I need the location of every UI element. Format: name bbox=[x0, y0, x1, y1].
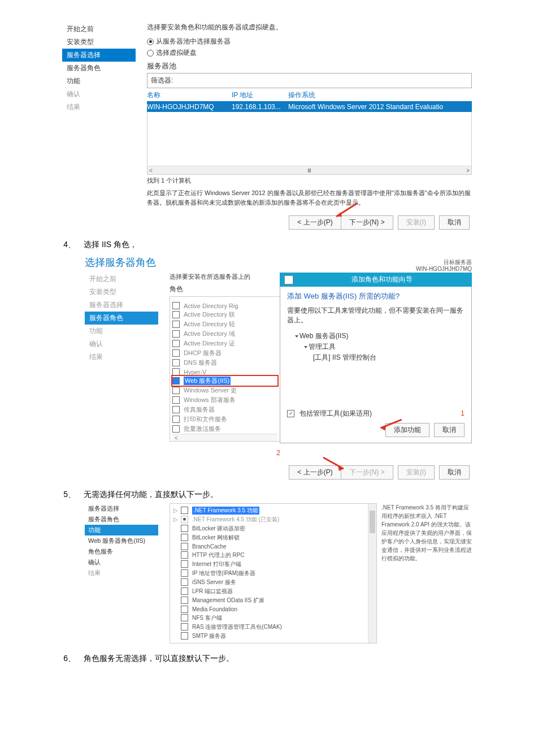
checkbox-icon[interactable] bbox=[172, 311, 180, 318]
feature-media-foundation[interactable]: Media Foundation bbox=[173, 605, 373, 614]
sidebar-web-iis[interactable]: Web 服务器角色(IIS) bbox=[85, 535, 158, 546]
feature-nfs-client[interactable]: NFS 客户端 bbox=[173, 614, 373, 623]
checkbox-icon[interactable] bbox=[181, 543, 188, 550]
checkbox-icon[interactable] bbox=[172, 359, 180, 366]
prev-button[interactable]: < 上一步(P) bbox=[289, 465, 340, 479]
th-ip[interactable]: IP 地址 bbox=[232, 90, 288, 100]
feature-lpr[interactable]: LPR 端口监视器 bbox=[173, 587, 373, 596]
role-ad-federation[interactable]: Active Directory 联 bbox=[172, 310, 277, 319]
sidebar-server-roles[interactable]: 服务器角色 bbox=[85, 514, 158, 525]
expand-icon[interactable]: ▷ bbox=[173, 507, 179, 513]
role-label: Active Directory 轻 bbox=[184, 320, 235, 329]
add-features-button[interactable]: 添加功能 bbox=[385, 423, 429, 437]
role-wds[interactable]: Windows 部署服务 bbox=[172, 395, 277, 405]
feature-odata-iis[interactable]: Management OData IIS 扩展 bbox=[173, 596, 373, 605]
checkbox-icon[interactable] bbox=[181, 551, 188, 559]
scroll-right-icon[interactable]: > bbox=[466, 167, 470, 174]
expand-icon[interactable] bbox=[295, 335, 298, 338]
radio-virtual-disk[interactable]: 选择虚拟硬盘 bbox=[147, 48, 472, 58]
sidebar-server-roles[interactable]: 服务器角色 bbox=[85, 312, 158, 325]
expand-icon[interactable] bbox=[304, 346, 307, 348]
role-volume-activation[interactable]: 批量激活服务 bbox=[172, 424, 277, 434]
role-ad-domain[interactable]: Active Directory 域 bbox=[172, 329, 277, 339]
checkbox-icon[interactable] bbox=[172, 387, 180, 394]
feature-net35[interactable]: ▷.NET Framework 3.5 功能 bbox=[173, 506, 373, 515]
checkbox-icon[interactable] bbox=[181, 597, 188, 604]
th-os[interactable]: 操作系统 bbox=[288, 90, 472, 100]
feature-isns[interactable]: iSNS Server 服务 bbox=[173, 578, 373, 587]
feature-net45[interactable]: ▷■.NET Framework 4.5 功能 (已安装) bbox=[173, 515, 373, 524]
feature-http-proxy-rpc[interactable]: HTTP 代理上的 RPC bbox=[173, 551, 373, 560]
checkbox-icon[interactable] bbox=[181, 525, 188, 532]
checkbox-icon[interactable] bbox=[172, 406, 180, 413]
horizontal-scrollbar[interactable]: < Ⅲ > bbox=[147, 166, 471, 174]
checkbox-icon[interactable] bbox=[181, 534, 188, 541]
checkbox-icon[interactable] bbox=[181, 569, 188, 577]
checkbox-icon[interactable] bbox=[172, 330, 180, 338]
role-ad-lightweight[interactable]: Active Directory 轻 bbox=[172, 319, 277, 329]
server-table-row[interactable]: WIN-HGOJHJHD7MQ 192.168.1.103... Microso… bbox=[147, 102, 472, 112]
checkbox-icon[interactable] bbox=[181, 623, 188, 630]
vertical-scrollbar[interactable] bbox=[368, 504, 376, 643]
checkbox-icon[interactable] bbox=[172, 377, 180, 385]
checkbox-icon[interactable] bbox=[172, 302, 180, 309]
popup-cancel-button[interactable]: 取消 bbox=[434, 423, 464, 437]
checkbox-icon[interactable] bbox=[181, 614, 188, 621]
feature-smtp[interactable]: SMTP 服务器 bbox=[173, 632, 373, 641]
cancel-button[interactable]: 取消 bbox=[439, 215, 470, 230]
checkbox-icon[interactable] bbox=[181, 587, 188, 595]
checkbox-icon[interactable] bbox=[172, 340, 180, 347]
sidebar-features[interactable]: 功能 bbox=[85, 525, 158, 535]
tree-l3: [工具] IIS 管理控制台 bbox=[313, 352, 464, 363]
checkbox-icon[interactable] bbox=[181, 507, 188, 514]
sidebar-server-roles[interactable]: 服务器角色 bbox=[62, 62, 136, 75]
checkbox-icon[interactable] bbox=[172, 416, 180, 423]
role-dns[interactable]: DNS 服务器 bbox=[172, 358, 277, 368]
role-ad-rights[interactable]: Active Directory Rig bbox=[172, 301, 277, 310]
role-dhcp[interactable]: DHCP 服务器 bbox=[172, 348, 277, 358]
checkbox-icon[interactable] bbox=[181, 578, 188, 586]
sidebar-confirm[interactable]: 确认 bbox=[85, 557, 158, 568]
feature-ras-cmak[interactable]: RAS 连接管理器管理工具包(CMAK) bbox=[173, 623, 373, 632]
checkbox-icon[interactable] bbox=[172, 349, 180, 357]
prev-button[interactable]: < 上一步(P) bbox=[289, 215, 340, 230]
horizontal-scrollbar[interactable]: < bbox=[172, 434, 277, 441]
checkbox-icon[interactable] bbox=[181, 560, 188, 568]
scroll-thumb-icon[interactable]: Ⅲ bbox=[307, 167, 311, 174]
feature-bitlocker-drive[interactable]: BitLocker 驱动器加密 bbox=[173, 524, 373, 533]
sidebar-server-selection[interactable]: 服务器选择 bbox=[85, 503, 158, 514]
sidebar-role-services[interactable]: 角色服务 bbox=[85, 546, 158, 557]
feature-branchcache[interactable]: BranchCache bbox=[173, 542, 373, 551]
checkbox-icon[interactable] bbox=[181, 606, 188, 613]
role-ad-cert[interactable]: Active Directory 证 bbox=[172, 339, 277, 348]
role-label: Web 服务器(IIS) bbox=[184, 377, 231, 385]
th-name[interactable]: 名称 bbox=[147, 90, 232, 100]
role-wsus[interactable]: Windows Server 更 bbox=[172, 386, 277, 395]
expand-icon[interactable]: ▷ bbox=[173, 516, 179, 522]
checkbox-icon[interactable] bbox=[172, 425, 180, 433]
filter-input[interactable] bbox=[176, 76, 468, 85]
role-print-file[interactable]: 打印和文件服务 bbox=[172, 414, 277, 424]
role-hyperv[interactable]: Hyper-V bbox=[172, 368, 277, 376]
sidebar-features[interactable]: 功能 bbox=[62, 75, 136, 88]
checkbox-icon[interactable] bbox=[172, 396, 180, 404]
radio-server-pool[interactable]: 从服务器池中选择服务器 bbox=[147, 37, 472, 46]
sidebar-install-type[interactable]: 安装类型 bbox=[62, 36, 136, 49]
cancel-button[interactable]: 取消 bbox=[439, 465, 470, 479]
scroll-left-icon[interactable]: < bbox=[149, 167, 153, 174]
next-button[interactable]: 下一步(N) > bbox=[341, 215, 393, 230]
include-tools-row[interactable]: 包括管理工具(如果适用) 1 bbox=[287, 409, 464, 418]
scroll-left-icon[interactable]: < bbox=[175, 435, 178, 441]
sidebar-server-selection[interactable]: 服务器选择 bbox=[62, 49, 136, 62]
role-fax[interactable]: 传真服务器 bbox=[172, 405, 277, 414]
checkbox-icon[interactable] bbox=[172, 321, 180, 328]
checkbox-icon[interactable] bbox=[172, 368, 180, 375]
feature-bitlocker-net[interactable]: BitLocker 网络解锁 bbox=[173, 533, 373, 542]
checkbox-icon[interactable] bbox=[287, 410, 294, 417]
role-label: Hyper-V bbox=[184, 369, 206, 375]
sidebar-before-start[interactable]: 开始之前 bbox=[62, 23, 136, 36]
checkbox-icon[interactable] bbox=[181, 632, 188, 640]
role-web-iis[interactable]: Web 服务器(IIS) bbox=[172, 376, 277, 386]
feature-ipam[interactable]: IP 地址管理(IPAM)服务器 bbox=[173, 569, 373, 578]
feature-internet-print[interactable]: Internet 打印客户端 bbox=[173, 560, 373, 569]
